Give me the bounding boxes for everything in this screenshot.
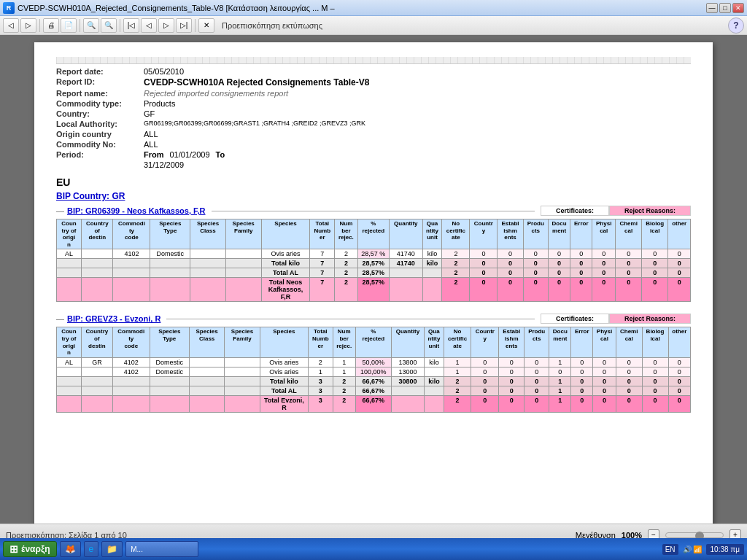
network-icon: 📶 (693, 545, 702, 553)
commodity-type-row: Commodity type: Products (56, 99, 691, 108)
toolbar-btn-zoom-out[interactable]: 🔍 (101, 18, 117, 33)
from-value: 01/01/2009 (170, 150, 210, 159)
table-row: Total Neos Kafkassos, F,R7228,57%2000000… (57, 278, 691, 302)
report-header: Report date: 05/05/2010 Report ID: CVEDP… (56, 67, 691, 169)
toolbar-btn-back[interactable]: ◁ (3, 18, 19, 33)
taskbar-app-active[interactable]: M... (125, 541, 198, 557)
commodity-no-row: Commodity No: ALL (56, 140, 691, 149)
commodity-no-label: Commodity No: (56, 140, 144, 149)
bip1-table: Country oforigin Countryofdestin Commodi… (56, 219, 691, 302)
col-country-destin: Countryofdestin (82, 219, 113, 249)
bip2-cert-label: Certificates: (541, 314, 609, 324)
toolbar-btn-page-setup[interactable]: 📄 (61, 18, 77, 33)
start-button[interactable]: ⊞ έναρξη (3, 541, 57, 557)
firefox-icon: 🦊 (65, 544, 76, 554)
table-row: 4102DomesticOvis aries11100,00%130001000… (57, 367, 691, 376)
clock: 10:38 πμ (706, 544, 744, 555)
country-row: Country: GF (56, 109, 691, 118)
name-value: Rejected imported consignements report (144, 89, 288, 98)
toolbar-btn-prev[interactable]: ◁ (141, 18, 157, 33)
help-icon[interactable]: ? (728, 18, 744, 34)
ruler (56, 57, 691, 64)
explorer-icon: 📁 (107, 544, 117, 554)
taskbar-right: EN 🔊 📶 10:38 πμ (662, 544, 744, 555)
col-no-cert: Nocertificate (442, 219, 470, 249)
commodity-type-value: Products (144, 99, 175, 108)
col-error: Error (570, 219, 592, 249)
speaker-icon: 🔊 (683, 545, 692, 553)
local-auth-value: GR06199;GR06399;GR06699;GRAST1 ;GRATH4 ;… (144, 120, 365, 128)
toolbar-btn-zoom-in[interactable]: 🔍 (83, 18, 99, 33)
origin-row: Origin country ALL (56, 130, 691, 139)
to-label: To (216, 150, 225, 159)
name-label: Report name: (56, 89, 144, 98)
col-document: Document (548, 219, 570, 249)
toolbar-btn-next[interactable]: ▷ (158, 18, 174, 33)
date-label: Report date: (56, 67, 144, 76)
col-total-number: TotalNumber (310, 219, 335, 249)
period-to-value: 31/12/2009 (144, 160, 184, 169)
period-row: Period: From 01/01/2009 To (56, 150, 691, 159)
col-other: other (668, 219, 691, 249)
bip2-line (166, 319, 535, 319)
title-bar-buttons[interactable]: — □ ✕ (706, 3, 744, 13)
table-row: ALGR4102DomesticOvis aries2150,00%13800k… (57, 357, 691, 367)
zoom-slider[interactable] (665, 532, 724, 538)
col-physical: Physical (592, 219, 616, 249)
toolbar-btn-first[interactable]: |◁ (123, 18, 139, 33)
col-quantity: Quantity (390, 219, 423, 249)
taskbar-item-explorer[interactable]: 📁 (101, 541, 123, 557)
bip2-title: BIP: GREVZ3 - Evzoni, R (67, 314, 160, 323)
col-species-type: Species Type (150, 219, 190, 249)
id-value: CVEDP-SCWH010A Rejected Consignements Ta… (144, 77, 369, 88)
col-species: Species (261, 219, 310, 249)
toolbar-sep-3 (120, 19, 120, 32)
local-auth-row: Local Authority: GR06199;GR06399;GR06699… (56, 120, 691, 128)
bip1-section: — BIP: GR06399 - Neos Kafkassos, F,R Cer… (56, 206, 691, 302)
bip1-cert-label: Certificates: (541, 206, 609, 216)
preview-container: Report date: 05/05/2010 Report ID: CVEDP… (0, 35, 747, 524)
taskbar-item-firefox[interactable]: 🦊 (60, 541, 81, 557)
bip1-header-row: Country oforigin Countryofdestin Commodi… (57, 219, 691, 249)
col-commodity-code: Commoditycode (113, 219, 150, 249)
bip2-table: Country oforigin Countryofdestin Commodi… (56, 327, 691, 412)
id-label: Report ID: (56, 77, 144, 88)
lang-indicator[interactable]: EN (662, 544, 678, 555)
toolbar: ◁ ▷ 🖨 📄 🔍 🔍 |◁ ◁ ▷ ▷| ✕ Προεπισκόπηση εκ… (0, 16, 747, 35)
bip1-title-row: — BIP: GR06399 - Neos Kafkassos, F,R Cer… (56, 206, 691, 216)
ie-icon: e (89, 544, 94, 554)
table-row: Total AL3266,67%2000100000 (57, 386, 691, 395)
bip2-title-row: — BIP: GREVZ3 - Evzoni, R Certificates: … (56, 314, 691, 324)
table-row: Total Evzoni, R3266,67%2000100000 (57, 395, 691, 412)
bip2-table-body: ALGR4102DomesticOvis aries2150,00%13800k… (57, 357, 691, 412)
start-label: έναρξη (21, 544, 50, 554)
toolbar-btn-print[interactable]: 🖨 (43, 18, 59, 33)
date-value: 05/05/2010 (144, 67, 184, 76)
country-value: GF (144, 109, 155, 118)
col-country-r: Country (470, 219, 498, 249)
eu-heading: EU (56, 176, 691, 188)
title-bar: R CVEDP-SCWH010A_Rejected_Consignements_… (0, 0, 747, 16)
origin-value: ALL (144, 130, 158, 139)
col-species-family: SpeciesFamily (225, 219, 261, 249)
toolbar-btn-forward[interactable]: ▷ (20, 18, 36, 33)
period-dates: From 01/01/2009 To (144, 150, 225, 159)
maximize-button[interactable]: □ (719, 3, 731, 13)
from-label: From (144, 150, 164, 159)
commodity-no-value: ALL (144, 140, 158, 149)
title-bar-left: R CVEDP-SCWH010A_Rejected_Consignements_… (3, 2, 335, 14)
table-row: Total AL7228,57%2000000000 (57, 268, 691, 278)
col-establish: Establishments (498, 219, 523, 249)
toolbar-sep-4 (195, 19, 196, 32)
close-button[interactable]: ✕ (732, 3, 744, 13)
title-bar-text: CVEDP-SCWH010A_Rejected_Consignements_Ta… (18, 4, 335, 12)
table-row: Total kilo3266,67%30800kilo2000100000 (57, 376, 691, 386)
bip2-cert-reject-labels: Certificates: Reject Reasons: (541, 314, 691, 324)
toolbar-btn-close[interactable]: ✕ (198, 18, 214, 33)
minimize-button[interactable]: — (706, 3, 718, 13)
page: Report date: 05/05/2010 Report ID: CVEDP… (34, 42, 713, 524)
country-label: Country: (56, 109, 144, 118)
origin-label: Origin country (56, 130, 144, 139)
toolbar-btn-last[interactable]: ▷| (176, 18, 192, 33)
taskbar-item-ie[interactable]: e (84, 541, 99, 557)
